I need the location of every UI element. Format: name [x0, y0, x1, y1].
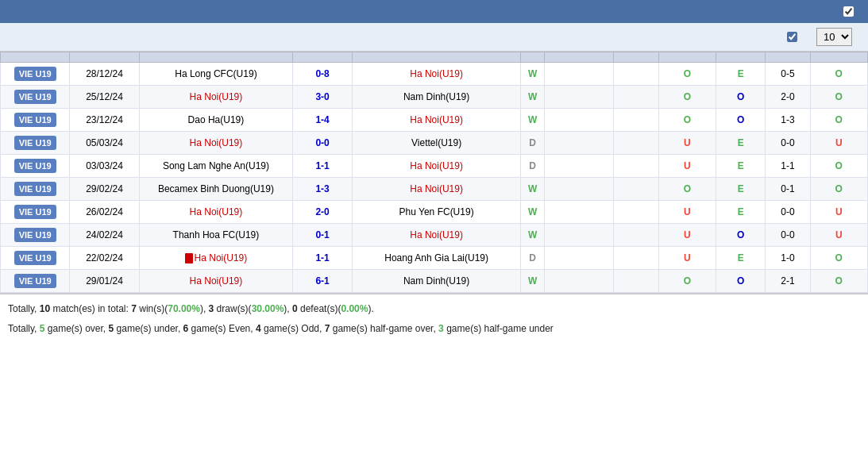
- result-score[interactable]: 1-1: [315, 160, 329, 171]
- ou075-cell: U: [810, 224, 867, 247]
- team2-cell: Phu Yen FC(U19): [353, 201, 521, 224]
- col-over-under-25: [658, 52, 716, 63]
- ou25-cell: U: [658, 201, 716, 224]
- odd-even-cell: E: [716, 247, 766, 270]
- match-cell: VIE U19: [1, 178, 70, 201]
- result-score[interactable]: 0-0: [315, 137, 329, 148]
- table-body: VIE U1928/12/24Ha Long CFC(U19)0-8Ha Noi…: [1, 63, 868, 293]
- ou25-value: U: [684, 229, 691, 240]
- result-cell: 1-1: [293, 247, 353, 270]
- date-cell: 24/02/24: [70, 224, 139, 247]
- odd-even-cell: E: [716, 155, 766, 178]
- match-badge: VIE U19: [14, 67, 56, 81]
- team2-name: Ha Noi(U19): [410, 68, 463, 79]
- date-cell: 23/12/24: [70, 109, 139, 132]
- ou25-value: U: [684, 252, 691, 263]
- team1-cell: Becamex Binh Duong(U19): [139, 178, 292, 201]
- handicap-cell: [545, 201, 614, 224]
- table-row: VIE U1923/12/24Dao Ha(U19)1-4Ha Noi(U19)…: [1, 109, 868, 132]
- match-cell: VIE U19: [1, 270, 70, 293]
- summary-section: Totally, 10 match(es) in total: 7 win(s)…: [0, 293, 868, 344]
- ou075-cell: O: [810, 86, 867, 109]
- ht-cell: 0-0: [766, 224, 810, 247]
- team2-cell: Nam Dinh(U19): [353, 86, 521, 109]
- scores-table: VIE U1928/12/24Ha Long CFC(U19)0-8Ha Noi…: [0, 52, 868, 293]
- ou25-value: O: [684, 275, 691, 287]
- team1-cell: Ha Noi(U19): [139, 270, 292, 293]
- date-cell: 29/01/24: [70, 270, 139, 293]
- ou075-cell: O: [810, 270, 867, 293]
- games-odd: 4: [256, 323, 261, 334]
- result-cell: 0-1: [293, 224, 353, 247]
- result-score[interactable]: 0-1: [315, 229, 329, 240]
- handicap-cell: [545, 178, 614, 201]
- odd-even-value: E: [738, 206, 744, 217]
- ou25-cell: O: [658, 63, 716, 86]
- odds-cell: [614, 178, 658, 201]
- ou075-cell: O: [810, 247, 867, 270]
- ou075-value: O: [835, 114, 843, 125]
- ou25-cell: U: [658, 155, 716, 178]
- result-score[interactable]: 1-3: [315, 183, 329, 194]
- ou075-value: O: [835, 91, 843, 102]
- team1-cell: Song Lam Nghe An(U19): [139, 155, 292, 178]
- ou075-cell: O: [810, 63, 867, 86]
- outcome-cell: W: [521, 86, 545, 109]
- defeats-pct: 0.00%: [341, 303, 368, 314]
- col-odd-even: [716, 52, 766, 63]
- odd-even-cell: O: [716, 224, 766, 247]
- odd-even-cell: E: [716, 201, 766, 224]
- odd-even-value: E: [738, 252, 744, 263]
- odds-cell: [614, 63, 658, 86]
- result-score[interactable]: 1-1: [315, 252, 329, 263]
- games-select[interactable]: 5 10 15 20 All: [816, 28, 852, 46]
- ou25-value: O: [684, 91, 691, 102]
- display-notes-checkbox[interactable]: [843, 6, 854, 17]
- ou25-value: U: [684, 160, 691, 171]
- team2-name: Ha Noi(U19): [410, 229, 463, 240]
- team1-cell: Ha Noi(U19): [139, 247, 292, 270]
- outcome-badge: W: [528, 206, 537, 217]
- col-team2: [353, 52, 521, 63]
- team2-cell: Ha Noi(U19): [353, 109, 521, 132]
- result-score[interactable]: 3-0: [315, 91, 329, 102]
- team1-name: Ha Noi(U19): [190, 275, 243, 287]
- team2-name: Nam Dinh(U19): [403, 275, 469, 287]
- col-result: [293, 52, 353, 63]
- result-cell: 1-1: [293, 155, 353, 178]
- games-over: 5: [40, 323, 45, 334]
- table-row: VIE U1929/01/24Ha Noi(U19)6-1Nam Dinh(U1…: [1, 270, 868, 293]
- ou075-value: U: [835, 206, 843, 217]
- outcome-badge: W: [528, 68, 537, 79]
- odd-even-value: O: [737, 114, 744, 125]
- league-filter-checkbox[interactable]: [787, 32, 797, 42]
- team2-name: Nam Dinh(U19): [403, 91, 469, 102]
- team1-cell: Ha Noi(U19): [139, 86, 292, 109]
- outcome-badge: D: [529, 137, 536, 148]
- outcome-cell: D: [521, 247, 545, 270]
- outcome-badge: W: [528, 229, 537, 240]
- result-score[interactable]: 2-0: [315, 206, 329, 217]
- ou075-cell: O: [810, 178, 867, 201]
- odd-even-value: O: [737, 91, 744, 102]
- total-wins: 7: [131, 303, 137, 314]
- wins-pct: 70.00%: [168, 303, 200, 314]
- result-score[interactable]: 1-4: [315, 114, 329, 125]
- result-score[interactable]: 6-1: [315, 275, 329, 287]
- team2-cell: Ha Noi(U19): [353, 178, 521, 201]
- outcome-badge: W: [528, 275, 537, 287]
- result-score[interactable]: 0-8: [315, 68, 329, 79]
- odds-cell: [614, 132, 658, 155]
- odds-cell: [614, 86, 658, 109]
- team1-cell: Ha Noi(U19): [139, 201, 292, 224]
- table-row: VIE U1903/03/24Song Lam Nghe An(U19)1-1H…: [1, 155, 868, 178]
- team1-cell: Ha Long CFC(U19): [139, 63, 292, 86]
- ht-cell: 1-3: [766, 109, 810, 132]
- result-cell: 2-0: [293, 201, 353, 224]
- date-cell: 26/02/24: [70, 201, 139, 224]
- odd-even-value: O: [737, 275, 744, 287]
- handicap-cell: [545, 86, 614, 109]
- outcome-cell: W: [521, 178, 545, 201]
- ht-cell: 0-0: [766, 201, 810, 224]
- ou25-value: O: [684, 183, 691, 194]
